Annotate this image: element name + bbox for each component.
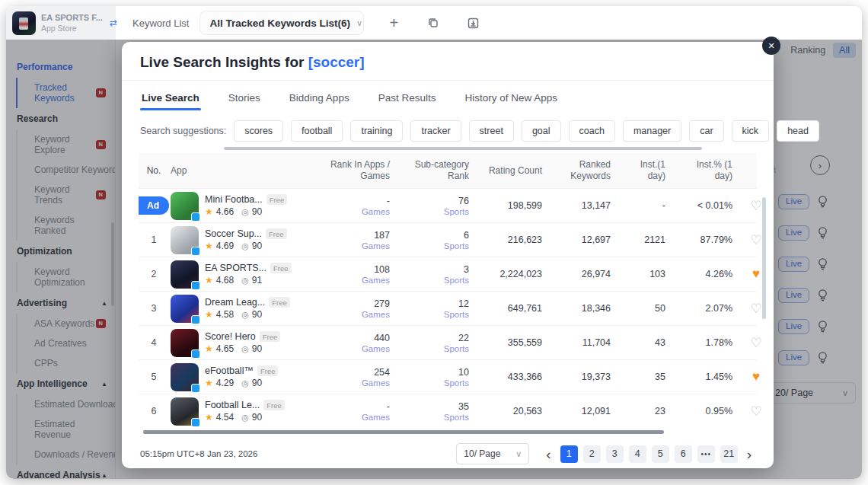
- table-row-3[interactable]: 3 Dream Leag...Free ★4.58◎90 279Games 12…: [139, 291, 757, 325]
- rating-count: 198,599: [475, 200, 548, 211]
- favorite-heart-icon[interactable]: ♥: [752, 369, 760, 384]
- page-button-6[interactable]: 6: [675, 445, 692, 463]
- rank-category-link[interactable]: Games: [326, 276, 390, 285]
- page-button-4[interactable]: 4: [629, 445, 646, 463]
- suggestions-scrollbar[interactable]: [224, 147, 702, 150]
- suggestion-chip[interactable]: manager: [623, 120, 681, 142]
- suggestion-chip[interactable]: goal: [522, 120, 561, 142]
- modal-footer: 05:15pm UTC+8 Jan 23, 2026 10/ Page ∨ ‹ …: [122, 434, 774, 464]
- app-store-badge-icon: [191, 418, 200, 427]
- next-page-button[interactable]: ›: [743, 447, 755, 461]
- rating-value: 4.54: [216, 412, 234, 423]
- download-button[interactable]: [463, 13, 483, 33]
- chevron-down-icon: ∨: [356, 18, 362, 28]
- subrank-category-link[interactable]: Sports: [402, 207, 469, 216]
- page-button-1[interactable]: 1: [560, 445, 578, 463]
- rating-count: 649,761: [475, 303, 548, 314]
- page-button-5[interactable]: 5: [652, 445, 669, 463]
- rank-category-link[interactable]: Games: [326, 344, 390, 353]
- favorite-heart-icon[interactable]: ♡: [750, 404, 761, 419]
- star-icon: ★: [205, 309, 213, 320]
- score-icon: ◎: [241, 413, 249, 423]
- app-selector-platform: App Store: [41, 24, 103, 33]
- inst-1day: 43: [617, 337, 672, 348]
- score-value: 90: [252, 241, 262, 251]
- rating-value: 4.66: [216, 206, 234, 217]
- header-inst-pct: Inst.% (1 day): [672, 159, 739, 182]
- suggestion-chip[interactable]: training: [350, 120, 403, 142]
- rank-value: 279: [326, 298, 390, 309]
- favorite-heart-icon[interactable]: ♥: [752, 266, 760, 281]
- subrank-value: 12: [402, 298, 469, 309]
- table-row-5[interactable]: 5 eFootball™Free ★4.29◎90 254Games 10Spo…: [139, 359, 757, 394]
- table-body: Ad Mini Footba...Free ★4.66◎90 -Games 76…: [139, 188, 757, 428]
- rank-category-link[interactable]: Games: [326, 310, 390, 319]
- subrank-category-link[interactable]: Sports: [402, 276, 469, 285]
- app-selector[interactable]: EA SPORTS F... App Store ⇄: [6, 6, 116, 40]
- rank-category-link[interactable]: Games: [326, 207, 390, 216]
- rank-category-link[interactable]: Games: [326, 378, 390, 388]
- search-suggestions-label: Search suggestions:: [140, 126, 226, 136]
- table-horizontal-scrollbar[interactable]: [143, 430, 664, 434]
- rank-category-link[interactable]: Games: [326, 241, 390, 250]
- suggestion-chip[interactable]: kick: [732, 120, 770, 142]
- inst-1day: 23: [617, 406, 672, 416]
- page-button-21[interactable]: 21: [720, 445, 738, 463]
- suggestion-chip[interactable]: coach: [569, 120, 615, 142]
- page-button-3[interactable]: 3: [606, 445, 624, 463]
- pagination-ellipsis[interactable]: •••: [697, 445, 715, 463]
- subrank-category-link[interactable]: Sports: [402, 241, 469, 250]
- rank-value: -: [326, 401, 390, 412]
- rating-count: 20,563: [475, 406, 548, 416]
- suggestion-chip[interactable]: tracker: [410, 120, 461, 142]
- rank-value: 440: [326, 333, 390, 343]
- header-ranked-keywords: Ranked Keywords: [548, 159, 617, 182]
- copy-button[interactable]: [423, 13, 443, 33]
- rating-count: 216,623: [475, 235, 548, 245]
- tab-bidding-apps[interactable]: Bidding Apps: [288, 84, 351, 110]
- table-row-6[interactable]: 6 Football Le...Free ★4.54◎90 -Games 35S…: [139, 394, 757, 428]
- subrank-category-link[interactable]: Sports: [402, 344, 469, 353]
- page-size-select[interactable]: 10/ Page ∨: [456, 443, 529, 464]
- favorite-heart-icon[interactable]: ♡: [750, 302, 761, 316]
- score-icon: ◎: [241, 344, 249, 354]
- tab-stories[interactable]: Stories: [227, 84, 262, 110]
- subrank-category-link[interactable]: Sports: [402, 413, 469, 422]
- tab-past-results[interactable]: Past Results: [377, 84, 438, 110]
- app-name: EA SPORTS...: [205, 263, 266, 273]
- table-row-4[interactable]: 4 Score! HeroFree ★4.65◎90 440Games 22Sp…: [139, 325, 757, 359]
- subrank-category-link[interactable]: Sports: [402, 310, 469, 319]
- clipped-header-text: t: [774, 165, 781, 176]
- suggestion-chip[interactable]: scores: [234, 120, 283, 142]
- favorite-heart-icon[interactable]: ♡: [750, 336, 761, 350]
- suggestion-chip[interactable]: street: [469, 120, 514, 142]
- rank-category-link[interactable]: Games: [326, 413, 390, 422]
- close-button[interactable]: ✕: [762, 37, 780, 55]
- modal-title-keyword: [soccer]: [308, 54, 365, 70]
- add-keyword-button[interactable]: +: [384, 13, 404, 33]
- table-row-1[interactable]: 1 Soccer Sup...Free ★4.69◎90 187Games 6S…: [139, 222, 757, 257]
- prev-page-button[interactable]: ‹: [542, 447, 554, 461]
- favorite-heart-icon[interactable]: ♡: [750, 233, 761, 247]
- subrank-category-link[interactable]: Sports: [402, 378, 469, 388]
- keyword-list-select[interactable]: All Tracked Keywords List(6) ∨: [199, 11, 364, 35]
- suggestion-chip[interactable]: football: [291, 120, 343, 142]
- table-vertical-scrollbar[interactable]: [762, 197, 766, 319]
- suggestion-chip[interactable]: car: [689, 120, 723, 142]
- ranked-keywords: 11,704: [548, 337, 617, 348]
- timestamp: 05:15pm UTC+8 Jan 23, 2026: [140, 449, 257, 458]
- page-button-2[interactable]: 2: [583, 445, 601, 463]
- favorite-heart-icon[interactable]: ♡: [750, 199, 761, 213]
- table-row-ad[interactable]: Ad Mini Footba...Free ★4.66◎90 -Games 76…: [139, 188, 757, 222]
- table-row-2[interactable]: 2 EA SPORTS...Free ★4.68◎91 108Games 3Sp…: [139, 257, 757, 291]
- suggestion-chip[interactable]: head: [777, 120, 819, 142]
- rating-value: 4.58: [216, 309, 234, 320]
- score-value: 90: [252, 412, 262, 423]
- free-badge: Free: [263, 400, 285, 410]
- page-body: Performance Tracked Keywords N Research …: [6, 40, 862, 479]
- swap-app-icon[interactable]: ⇄: [110, 18, 117, 28]
- tab-history-of-new-apps[interactable]: History of New Apps: [463, 84, 559, 110]
- chevron-down-icon: ∨: [515, 449, 522, 459]
- tab-live-search[interactable]: Live Search: [140, 84, 201, 110]
- score-icon: ◎: [241, 378, 249, 388]
